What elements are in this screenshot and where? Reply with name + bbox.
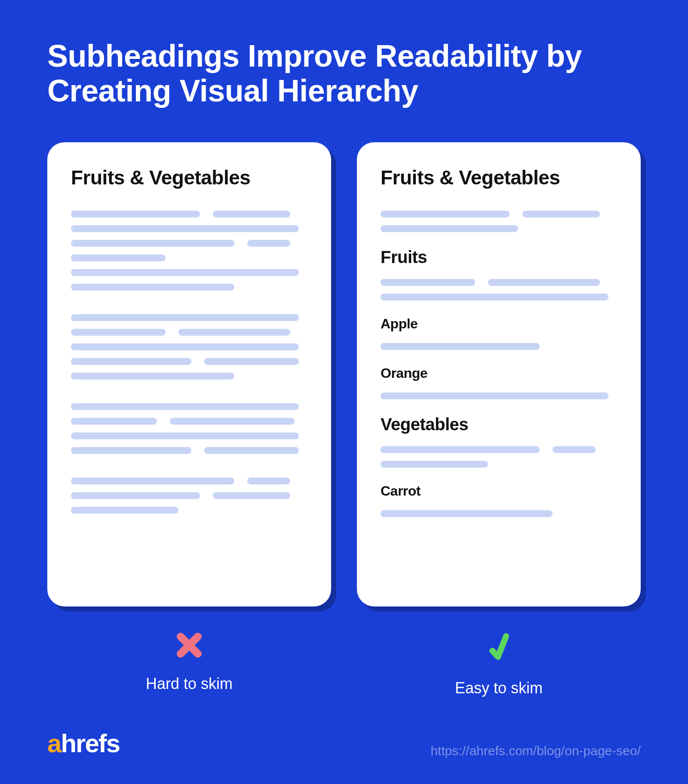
indicator-label-right: Easy to skim (357, 679, 641, 697)
text-placeholder-block (71, 403, 307, 454)
indicator-right: Easy to skim (357, 630, 641, 697)
indicator-left: Hard to skim (47, 630, 331, 697)
logo-rest: hrefs (61, 729, 120, 758)
cross-icon (174, 630, 204, 662)
subheading-apple: Apple (381, 316, 617, 332)
ahrefs-logo: ahrefs (47, 729, 120, 758)
section-apple: Apple (381, 316, 617, 350)
subheading-orange: Orange (381, 365, 617, 381)
indicator-label-left: Hard to skim (47, 675, 331, 693)
subheading-carrot: Carrot (381, 483, 617, 499)
indicator-row: Hard to skim Easy to skim (47, 630, 641, 697)
text-placeholder-block (71, 314, 307, 380)
card-hard-to-skim: Fruits & Vegetables (47, 142, 331, 606)
section-vegetables: Vegetables (381, 415, 617, 468)
page-title: Subheadings Improve Readability by Creat… (47, 39, 641, 108)
card-title-left: Fruits & Vegetables (71, 166, 307, 189)
check-icon (484, 630, 514, 666)
footer: ahrefs https://ahrefs.com/blog/on-page-s… (47, 729, 641, 758)
section-carrot: Carrot (381, 483, 617, 517)
footer-url: https://ahrefs.com/blog/on-page-seo/ (430, 744, 641, 758)
text-placeholder-block (71, 211, 307, 291)
card-easy-to-skim: Fruits & Vegetables Fruits Apple Orange … (357, 142, 641, 606)
intro-placeholder (381, 211, 617, 232)
subheading-fruits: Fruits (381, 248, 617, 267)
card-title-right: Fruits & Vegetables (381, 166, 617, 189)
logo-letter-a: a (47, 729, 61, 758)
cards-row: Fruits & Vegetables (47, 142, 641, 606)
section-fruits: Fruits (381, 248, 617, 300)
section-orange: Orange (381, 365, 617, 399)
subheading-vegetables: Vegetables (381, 415, 617, 434)
text-placeholder-block (71, 478, 307, 514)
